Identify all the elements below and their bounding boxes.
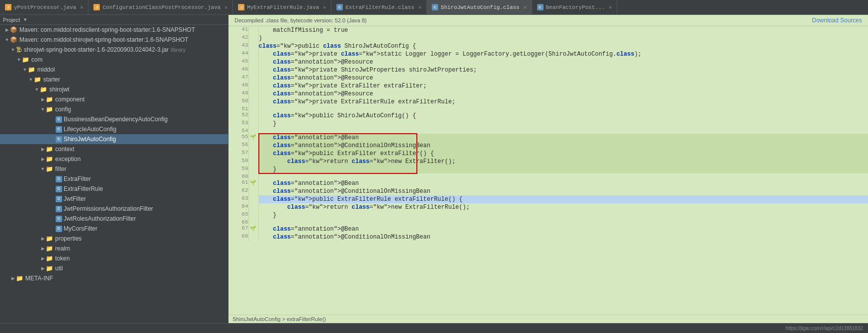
tab-yPostProcessor[interactable]: J yPostProcessor.java ✕: [0, 0, 88, 14]
class-icon: C: [537, 4, 544, 10]
close-icon[interactable]: ✕: [609, 4, 612, 10]
line-number: 52: [229, 112, 248, 120]
line-gutter: [248, 74, 258, 82]
code-table: 41 matchIfMissing = true42)43class="kw">…: [229, 26, 868, 241]
line-gutter: [248, 106, 258, 112]
line-gutter: [248, 90, 258, 98]
code-line: [258, 219, 868, 225]
line-gutter: [248, 195, 258, 203]
sidebar-item-starter[interactable]: ▼ 📁 starter: [0, 75, 228, 84]
java-icon: J: [5, 4, 11, 10]
line-number: 59: [229, 166, 248, 173]
sidebar-label: BussinessBeanDependencyAutoConfig: [64, 115, 167, 124]
sidebar-item-context[interactable]: ▶ 📁 context: [0, 144, 228, 154]
tab-shiroJwtAutoConfig[interactable]: C ShiroJwtAutoConfig.class ✕: [427, 0, 532, 14]
line-number: 60: [229, 173, 248, 179]
sidebar-label: JwtRolesAuthorizationFilter: [64, 214, 136, 223]
class-file-icon: C: [56, 186, 62, 192]
sidebar-item-MyCorsFilter[interactable]: ▶ C MyCorsFilter: [0, 224, 228, 234]
sidebar-item-realm[interactable]: ▶ 📁 realm: [0, 244, 228, 253]
arrow-icon: ▶: [40, 145, 46, 154]
code-line: [258, 106, 868, 112]
sidebar-item-ExtraFilter[interactable]: ▶ C ExtraFilter: [0, 174, 228, 184]
sidebar-item-bussiness[interactable]: ▶ C BussinessBeanDependencyAutoConfig: [0, 114, 228, 124]
code-line: }: [258, 166, 868, 173]
tab-extraFilterRule[interactable]: C ExtraFilterRule.class ✕: [331, 0, 427, 14]
folder-icon: 📁: [46, 264, 53, 273]
tab-beanFactoryPost[interactable]: C BeanFactoryPost... ✕: [532, 0, 618, 14]
sidebar-item-JwtPermissionsAuthorizationFilter[interactable]: ▶ C JwtPermissionsAuthorizationFilter: [0, 204, 228, 214]
close-icon[interactable]: ✕: [323, 4, 326, 10]
sidebar-item-lifecycle[interactable]: ▶ C LifecycleAutoConfig: [0, 124, 228, 134]
sidebar-item-filter[interactable]: ▼ 📁 filter: [0, 164, 228, 174]
tab-myExtraFilterRule[interactable]: J MyExtraFilterRule.java ✕: [233, 0, 331, 14]
line-number: 64: [229, 203, 248, 211]
sidebar-label: shirojwt-spring-boot-starter-1.6-2020090…: [24, 45, 169, 54]
line-number: 41: [229, 26, 248, 34]
code-container[interactable]: 41 matchIfMissing = true42)43class="kw">…: [229, 26, 868, 315]
sidebar-item-maven2[interactable]: ▼ 📦 Maven: com.middol:shirojwt-spring-bo…: [0, 35, 228, 45]
folder-icon: 📁: [28, 65, 35, 74]
sidebar-item-util[interactable]: ▶ 📁 util: [0, 263, 228, 273]
folder-icon: 📁: [46, 234, 53, 243]
code-line: class="annotation">@Bean: [258, 225, 868, 233]
decompiled-notice: Decompiled .class file, bytecode version…: [229, 15, 868, 26]
arrow-icon: ▼: [10, 45, 16, 54]
line-number: 63: [229, 195, 248, 203]
arrow-icon: ▶: [40, 155, 46, 164]
sidebar-label: LifecycleAutoConfig: [64, 125, 116, 134]
tab-configClassPostProcessor[interactable]: J ConfigurationClassPostProcessor.java ✕: [88, 0, 233, 14]
project-header: Project ▾: [0, 15, 228, 25]
arrow-icon: ▼: [28, 75, 34, 84]
sidebar-item-JwtRolesAuthorizationFilter[interactable]: ▶ C JwtRolesAuthorizationFilter: [0, 214, 228, 224]
project-label: Project: [3, 17, 20, 23]
jar-icon: 🗜: [16, 45, 22, 54]
line-gutter: [248, 219, 258, 225]
code-line: [258, 173, 868, 179]
close-icon[interactable]: ✕: [523, 4, 526, 10]
sidebar-item-META-INF[interactable]: ▶ 📁 META-INF: [0, 273, 228, 283]
code-line: class="kw">private ShiroJwtProperties sh…: [258, 66, 868, 74]
close-icon[interactable]: ✕: [418, 4, 421, 10]
close-icon[interactable]: ✕: [225, 4, 228, 10]
folder-icon: 📦: [10, 35, 17, 44]
arrow-icon: ▼: [4, 35, 10, 44]
sidebar-item-token[interactable]: ▶ 📁 token: [0, 253, 228, 263]
sidebar-item-properties[interactable]: ▶ 📁 properties: [0, 234, 228, 244]
code-line: class="annotation">@ConditionalOnMissing…: [258, 142, 868, 150]
close-icon[interactable]: ✕: [80, 4, 83, 10]
class-file-icon: C: [56, 126, 62, 133]
line-gutter: [248, 66, 258, 74]
arrow-icon: ▶: [40, 244, 46, 253]
sidebar-item-exception[interactable]: ▶ 📁 exception: [0, 154, 228, 164]
sidebar-label: properties: [55, 234, 81, 243]
line-gutter: 🌱: [248, 134, 258, 142]
class-file-icon: C: [56, 116, 62, 123]
download-sources-button[interactable]: Download Sources: [812, 17, 862, 24]
project-sidebar[interactable]: Project ▾ ▶ 📦 Maven: com.middol:rediscli…: [0, 15, 229, 323]
sidebar-item-ExtraFilterRule[interactable]: ▶ C ExtraFilterRule: [0, 184, 228, 194]
line-number: 55: [229, 134, 248, 142]
folder-icon: 📁: [46, 155, 53, 164]
folder-icon: 📁: [16, 274, 23, 283]
arrow-icon: ▶: [40, 264, 46, 273]
line-number: 51: [229, 106, 248, 112]
code-line: class="annotation">@ConditionalOnMissing…: [258, 187, 868, 195]
sidebar-item-maven1[interactable]: ▶ 📦 Maven: com.middol:redisclient-spring…: [0, 25, 228, 35]
sidebar-item-jar[interactable]: ▼ 🗜 shirojwt-spring-boot-starter-1.6-202…: [0, 45, 228, 55]
sidebar-item-com[interactable]: ▼ 📁 com: [0, 55, 228, 65]
line-gutter: 🌱: [248, 179, 258, 187]
main-area: Project ▾ ▶ 📦 Maven: com.middol:rediscli…: [0, 15, 868, 323]
sidebar-item-config[interactable]: ▼ 📁 config: [0, 104, 228, 114]
sidebar-item-ShiroJwtAutoConfig[interactable]: ▶ C ShiroJwtAutoConfig: [0, 134, 228, 144]
sidebar-label: context: [55, 145, 75, 154]
sidebar-item-JwtFilter[interactable]: ▶ C JwtFilter: [0, 194, 228, 204]
line-gutter: 🌱: [248, 225, 258, 233]
sidebar-item-middol[interactable]: ▼ 📁 middol: [0, 65, 228, 75]
sidebar-item-shirojwt[interactable]: ▼ 📁 shirojwt: [0, 84, 228, 94]
line-gutter: [248, 50, 258, 58]
sidebar-item-component[interactable]: ▶ 📁 component: [0, 94, 228, 104]
line-number: 43: [229, 42, 248, 50]
library-label: library: [171, 45, 186, 54]
sidebar-label: middol: [37, 65, 55, 74]
